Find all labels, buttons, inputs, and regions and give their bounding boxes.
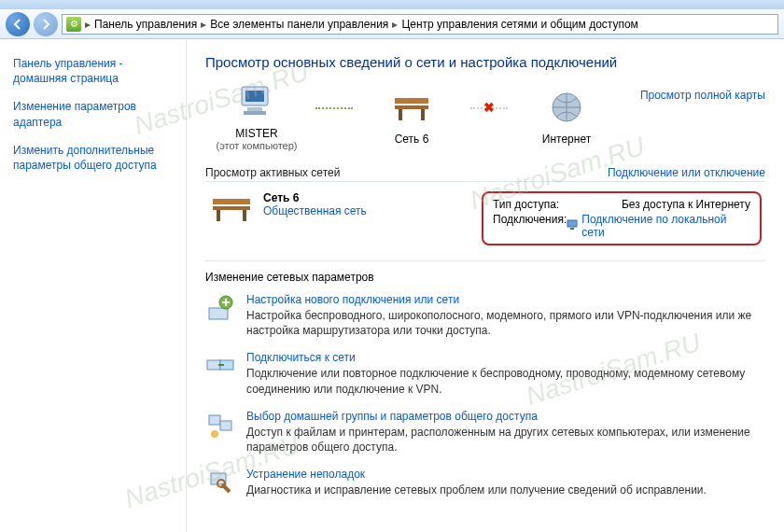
- svg-rect-11: [217, 210, 220, 221]
- map-internet-name: Интернет: [515, 133, 618, 146]
- breadcrumb-leaf[interactable]: Центр управления сетями и общим доступом: [401, 18, 638, 31]
- globe-icon: [544, 89, 589, 126]
- lan-connection-text: Подключение по локальной сети: [581, 213, 750, 239]
- lan-icon: [567, 219, 578, 233]
- breadcrumb-root[interactable]: Панель управления: [94, 18, 197, 31]
- svg-rect-20: [220, 421, 231, 430]
- address-toolbar: ⚙ ▸ Панель управления ▸ Все элементы пан…: [0, 9, 784, 39]
- window-titlebar: [0, 0, 784, 9]
- svg-rect-17: [207, 360, 220, 370]
- svg-rect-10: [213, 206, 250, 210]
- breadcrumb-separator: ▸: [83, 18, 92, 31]
- nav-forward-button[interactable]: [34, 12, 58, 36]
- nav-back-button[interactable]: [6, 12, 30, 36]
- svg-rect-12: [243, 210, 246, 221]
- page-title: Просмотр основных сведений о сети и наст…: [205, 54, 617, 70]
- svg-rect-13: [567, 220, 577, 227]
- svg-rect-6: [399, 109, 402, 120]
- active-networks-header: Просмотр активных сетей: [205, 166, 340, 179]
- breadcrumb-mid[interactable]: Все элементы панели управления: [210, 18, 388, 31]
- connect-network-icon: [205, 351, 235, 381]
- task-connect-desc: Подключение или повторное подключение к …: [246, 366, 765, 396]
- svg-rect-14: [570, 228, 574, 230]
- svg-rect-15: [209, 308, 228, 319]
- sidebar-link-sharing[interactable]: Изменить дополнительные параметры общего…: [13, 143, 173, 173]
- connection-line-fail: [470, 107, 508, 109]
- troubleshoot-icon: [205, 468, 235, 497]
- homegroup-icon: [205, 410, 235, 440]
- map-computer-sub: (этот компьютер): [205, 140, 308, 151]
- active-network-name: Сеть 6: [263, 191, 367, 204]
- svg-rect-19: [209, 415, 220, 425]
- control-panel-icon: ⚙: [66, 17, 81, 32]
- map-network-name: Сеть 6: [360, 133, 463, 146]
- svg-rect-9: [213, 199, 250, 204]
- task-homegroup-desc: Доступ к файлам и принтерам, расположенн…: [246, 425, 765, 455]
- svg-rect-4: [395, 98, 428, 104]
- connections-label: Подключения:: [493, 213, 567, 239]
- bench-icon: [389, 89, 434, 126]
- active-network-type-link[interactable]: Общественная сеть: [263, 204, 367, 217]
- svg-rect-5: [395, 105, 428, 109]
- breadcrumb-separator: ▸: [390, 18, 399, 31]
- task-new-connection-link[interactable]: Настройка нового подключения или сети: [246, 293, 459, 306]
- connection-line-ok: [315, 107, 353, 109]
- task-troubleshoot-desc: Диагностика и исправление сетевых пробле…: [246, 483, 707, 497]
- svg-rect-2: [247, 107, 262, 111]
- full-map-link[interactable]: Просмотр полной карты: [640, 89, 765, 102]
- svg-rect-7: [421, 109, 425, 120]
- task-new-connection-desc: Настройка беспроводного, широкополосного…: [246, 308, 765, 338]
- connect-disconnect-link[interactable]: Подключение или отключение: [608, 166, 765, 179]
- address-bar[interactable]: ⚙ ▸ Панель управления ▸ Все элементы пан…: [62, 14, 778, 35]
- map-computer-name: MISTER: [205, 127, 308, 140]
- lan-connection-link[interactable]: Подключение по локальной сети: [567, 213, 750, 239]
- task-connect-link[interactable]: Подключиться к сети: [246, 351, 356, 364]
- sidebar-link-home[interactable]: Панель управления - домашняя страница: [13, 56, 173, 86]
- breadcrumb-separator: ▸: [199, 18, 208, 31]
- new-connection-icon: [205, 293, 235, 323]
- content-area: Просмотр основных сведений о сети и наст…: [187, 39, 784, 532]
- access-status-panel: Тип доступа: Без доступа к Интернету Под…: [482, 191, 762, 245]
- task-homegroup-link[interactable]: Выбор домашней группы и параметров общег…: [246, 410, 538, 423]
- sidebar: Панель управления - домашняя страница Из…: [0, 39, 187, 532]
- svg-rect-1: [245, 91, 264, 102]
- computer-icon: [234, 83, 279, 120]
- change-settings-header: Изменение сетевых параметров: [205, 271, 765, 284]
- access-type-label: Тип доступа:: [493, 198, 559, 211]
- sidebar-link-adapter[interactable]: Изменение параметров адаптера: [13, 99, 173, 129]
- svg-rect-3: [244, 111, 266, 115]
- access-type-value: Без доступа к Интернету: [622, 198, 750, 211]
- network-type-icon: [209, 191, 254, 225]
- svg-point-21: [211, 430, 218, 438]
- task-troubleshoot-link[interactable]: Устранение неполадок: [246, 468, 365, 481]
